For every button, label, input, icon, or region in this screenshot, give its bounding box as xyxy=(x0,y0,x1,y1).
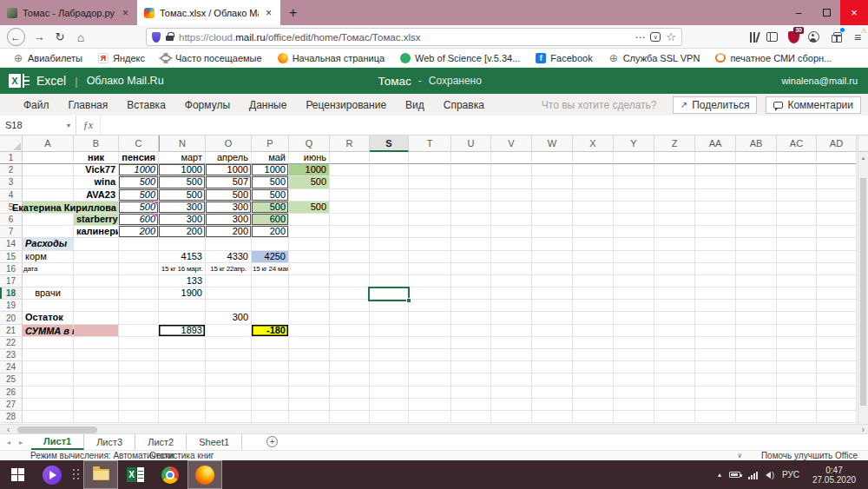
column-header-O[interactable]: O xyxy=(206,135,252,152)
cell-Q4[interactable] xyxy=(289,189,330,202)
column-header-Z[interactable]: Z xyxy=(654,135,695,152)
cell-O1[interactable]: апрель xyxy=(206,152,252,164)
cell-Y15[interactable] xyxy=(614,251,654,263)
cell-X17[interactable] xyxy=(573,275,614,287)
cell-Q2[interactable]: 1000 xyxy=(289,164,330,176)
cell-X22[interactable] xyxy=(573,337,614,349)
cell-AD18[interactable] xyxy=(817,287,857,300)
column-header-N[interactable]: N xyxy=(159,135,206,152)
cell-S22[interactable] xyxy=(370,337,409,349)
cell-A27[interactable] xyxy=(23,399,74,411)
cell-AD24[interactable] xyxy=(817,361,857,373)
column-header-B[interactable]: B xyxy=(74,135,119,152)
row-header-20[interactable]: 20 xyxy=(0,312,23,324)
row-header-27[interactable]: 27 xyxy=(0,399,23,411)
cell-W18[interactable] xyxy=(532,287,573,300)
cell-Q25[interactable] xyxy=(289,373,330,386)
cell-U26[interactable] xyxy=(451,387,491,399)
cell-Y6[interactable] xyxy=(614,214,654,226)
explorer-button[interactable] xyxy=(83,460,118,489)
cell-AC18[interactable] xyxy=(777,287,817,300)
cell-S19[interactable] xyxy=(370,300,409,312)
column-header-U[interactable]: U xyxy=(451,135,491,152)
tracking-protection-icon[interactable] xyxy=(152,32,161,43)
cell-Q15[interactable] xyxy=(289,251,330,263)
cell-R14[interactable] xyxy=(330,238,370,250)
cell-Y1[interactable] xyxy=(614,152,654,164)
cell-N6[interactable]: 300 xyxy=(159,214,206,226)
cell-V17[interactable] xyxy=(491,275,532,287)
cell-C19[interactable] xyxy=(119,300,159,312)
cell-R25[interactable] xyxy=(330,373,370,386)
cell-P20[interactable] xyxy=(252,312,289,324)
cell-U7[interactable] xyxy=(451,226,491,238)
cell-AD3[interactable] xyxy=(817,176,857,188)
cell-Z19[interactable] xyxy=(654,300,695,312)
cell-T26[interactable] xyxy=(409,387,451,399)
cell-AD26[interactable] xyxy=(817,387,857,399)
cell-AB6[interactable] xyxy=(736,214,777,226)
cell-X4[interactable] xyxy=(573,189,614,202)
cell-S6[interactable] xyxy=(370,214,409,226)
cell-R15[interactable] xyxy=(330,251,370,263)
cell-AC1[interactable] xyxy=(777,152,817,164)
volume-icon[interactable]: ) xyxy=(766,471,774,479)
cell-R23[interactable] xyxy=(330,349,370,361)
cell-P28[interactable] xyxy=(252,411,289,423)
cell-W4[interactable] xyxy=(532,189,573,202)
cell-U23[interactable] xyxy=(451,349,491,361)
account-email[interactable]: winalena@mail.ru xyxy=(781,76,858,86)
cell-C16[interactable] xyxy=(119,263,159,275)
cell-W6[interactable] xyxy=(532,214,573,226)
cell-R7[interactable] xyxy=(330,226,370,238)
cell-X19[interactable] xyxy=(573,300,614,312)
cell-S26[interactable] xyxy=(370,387,409,399)
cell-B2[interactable]: Vick77 xyxy=(74,164,119,176)
cell-B22[interactable] xyxy=(74,337,119,349)
cell-U20[interactable] xyxy=(451,312,491,324)
cell-C20[interactable] xyxy=(119,312,159,324)
document-title[interactable]: Томас xyxy=(378,75,411,88)
cell-AB4[interactable] xyxy=(736,189,777,202)
cell-S3[interactable] xyxy=(370,176,409,188)
cell-AA14[interactable] xyxy=(695,238,736,250)
cell-S28[interactable] xyxy=(370,411,409,423)
bookmark-item[interactable]: Facebook xyxy=(529,49,598,68)
cell-R20[interactable] xyxy=(330,312,370,324)
sheet-tab-лист3[interactable]: Лист3 xyxy=(84,434,135,450)
cell-W2[interactable] xyxy=(532,164,573,176)
cell-S17[interactable] xyxy=(370,275,409,287)
cell-V24[interactable] xyxy=(491,361,532,373)
cell-W7[interactable] xyxy=(532,226,573,238)
cell-AC2[interactable] xyxy=(777,164,817,176)
network-signal-icon[interactable] xyxy=(748,471,758,479)
cell-V26[interactable] xyxy=(491,387,532,399)
cell-Q27[interactable] xyxy=(289,399,330,411)
cell-AD19[interactable] xyxy=(817,300,857,312)
sheet-tab-sheet1[interactable]: Sheet1 xyxy=(187,434,242,450)
cell-N21[interactable]: 1893 xyxy=(159,325,206,337)
cell-Z26[interactable] xyxy=(654,387,695,399)
tray-expand-icon[interactable]: ▴ xyxy=(718,471,721,479)
cell-U24[interactable] xyxy=(451,361,491,373)
cell-N22[interactable] xyxy=(159,337,206,349)
cell-A14[interactable]: Расходы xyxy=(23,238,74,250)
cell-C7[interactable]: 200 xyxy=(119,226,159,238)
cell-A1[interactable] xyxy=(23,152,74,164)
account-icon[interactable] xyxy=(806,25,821,49)
row-header-14[interactable]: 14 xyxy=(0,238,23,250)
column-header-W[interactable]: W xyxy=(532,135,573,152)
cell-T18[interactable] xyxy=(409,287,451,300)
cell-N24[interactable] xyxy=(159,361,206,373)
cell-P24[interactable] xyxy=(252,361,289,373)
cell-AA19[interactable] xyxy=(695,300,736,312)
cell-AD15[interactable] xyxy=(817,251,857,263)
row-header-3[interactable]: 3 xyxy=(0,176,23,188)
cell-C15[interactable] xyxy=(119,251,159,263)
cell-P19[interactable] xyxy=(252,300,289,312)
cell-R26[interactable] xyxy=(330,387,370,399)
cell-A4[interactable] xyxy=(23,189,74,202)
cell-Q24[interactable] xyxy=(289,361,330,373)
cell-Q14[interactable] xyxy=(289,238,330,250)
cell-AB26[interactable] xyxy=(736,387,777,399)
